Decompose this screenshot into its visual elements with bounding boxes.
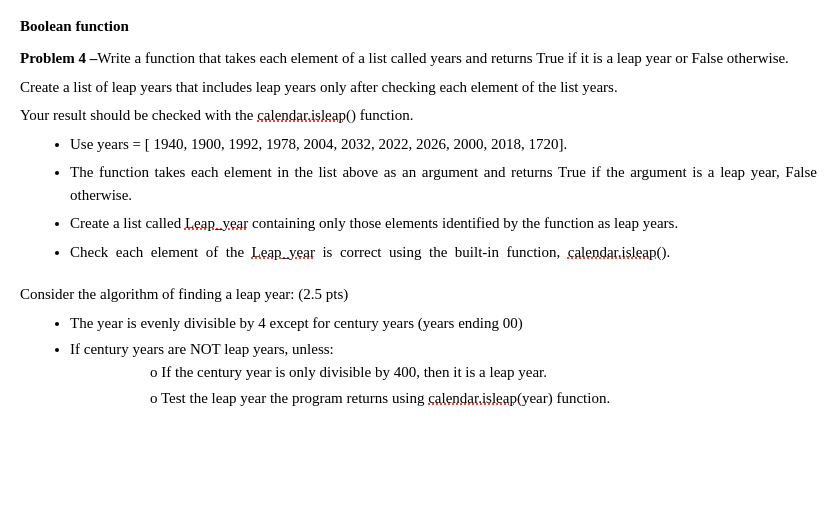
consider-bullet-1-text: The year is evenly divisible by 4 except… bbox=[70, 315, 523, 331]
problem-label: Problem 4 – bbox=[20, 50, 97, 66]
page-content: Boolean function Problem 4 –Write a func… bbox=[20, 18, 817, 410]
bullet-2-text: The function takes each element in the l… bbox=[70, 164, 817, 203]
consider-title: Consider the algorithm of finding a leap… bbox=[20, 283, 817, 306]
calendar-isleap-ref-1: calendar.isleap bbox=[257, 107, 346, 123]
consider-bullet-list: The year is evenly divisible by 4 except… bbox=[70, 312, 817, 410]
consider-bullet-2-text: If century years are NOT leap years, unl… bbox=[70, 341, 334, 357]
bullet-4-mid: is correct using the built-in function, bbox=[315, 244, 568, 260]
leap-year-ref-2: Leap_year bbox=[252, 244, 315, 260]
consider-bullet-1: The year is evenly divisible by 4 except… bbox=[70, 312, 817, 335]
leap-year-ref-1: Leap_year bbox=[185, 215, 248, 231]
sub-item-1: If the century year is only divisible by… bbox=[150, 361, 817, 384]
bullet-4: Check each element of the Leap_year is c… bbox=[70, 241, 817, 264]
problem-line3-pre: Your result should be checked with the bbox=[20, 107, 257, 123]
bullet-3-post: containing only those elements identifie… bbox=[248, 215, 678, 231]
bullet-1: Use years = [ 1940, 1900, 1992, 1978, 20… bbox=[70, 133, 817, 156]
bullet-2: The function takes each element in the l… bbox=[70, 161, 817, 206]
bullet-1-text: Use years = [ 1940, 1900, 1992, 1978, 20… bbox=[70, 136, 567, 152]
consider-section: Consider the algorithm of finding a leap… bbox=[20, 283, 817, 410]
bullet-4-post: (). bbox=[656, 244, 670, 260]
sub-item-1-text: If the century year is only divisible by… bbox=[161, 364, 547, 380]
problem-intro: Problem 4 –Write a function that takes e… bbox=[20, 47, 817, 70]
sub-item-2-pre: Test the leap year the program returns u… bbox=[161, 390, 428, 406]
consider-bullet-2: If century years are NOT leap years, unl… bbox=[70, 338, 817, 410]
main-bullet-list: Use years = [ 1940, 1900, 1992, 1978, 20… bbox=[70, 133, 817, 264]
sub-item-list: If the century year is only divisible by… bbox=[150, 361, 817, 410]
problem-line3-post: () function. bbox=[346, 107, 413, 123]
bullet-4-pre: Check each element of the bbox=[70, 244, 252, 260]
sub-item-2: Test the leap year the program returns u… bbox=[150, 387, 817, 410]
problem-line3: Your result should be checked with the c… bbox=[20, 104, 817, 127]
calendar-isleap-ref-3: calendar.isleap bbox=[428, 390, 517, 406]
sub-item-2-post: (year) function. bbox=[517, 390, 610, 406]
bullet-3-pre: Create a list called bbox=[70, 215, 185, 231]
calendar-isleap-ref-2: calendar.isleap bbox=[568, 244, 657, 260]
problem-line2: Create a list of leap years that include… bbox=[20, 76, 817, 99]
bullet-3: Create a list called Leap_year containin… bbox=[70, 212, 817, 235]
section-title: Boolean function bbox=[20, 18, 817, 35]
